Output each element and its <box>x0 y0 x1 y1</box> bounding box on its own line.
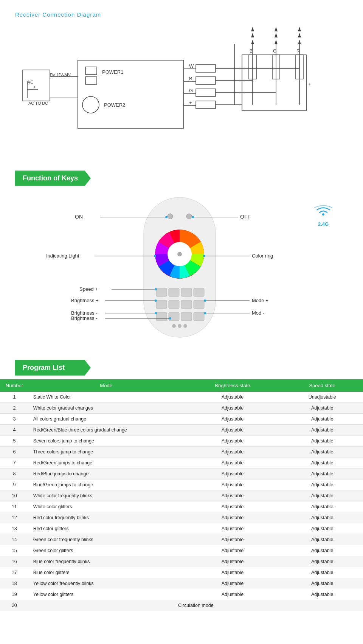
svg-text:POWER1: POWER1 <box>102 69 123 75</box>
cell-number: 14 <box>0 534 29 545</box>
cell-speed: Adjustable <box>281 480 363 490</box>
svg-text:OFF: OFF <box>240 214 251 220</box>
cell-number: 10 <box>0 490 29 501</box>
svg-rect-23 <box>196 65 216 72</box>
svg-text:Indicating  Light: Indicating Light <box>46 253 79 259</box>
cell-speed: Adjustable <box>281 469 363 480</box>
cell-mode: Three colors jump to change <box>29 447 184 458</box>
table-row: 12Red color frequently blinksAdjustableA… <box>0 512 363 523</box>
svg-rect-53 <box>242 55 306 111</box>
svg-text:AC: AC <box>27 80 34 85</box>
cell-number: 2 <box>0 403 29 414</box>
cell-mode: Red/Green jumps to change <box>29 458 184 469</box>
diagram-wrap: AC + AC TO DC DV 12V-24V POWER1 POWER2 <box>19 25 344 154</box>
svg-rect-39 <box>272 55 280 79</box>
svg-text:+: + <box>308 81 311 87</box>
svg-point-65 <box>168 214 173 219</box>
cell-number: 18 <box>0 578 29 589</box>
cell-speed: Adjustable <box>281 436 363 447</box>
cell-brightness: Adjustable <box>184 458 282 469</box>
cell-mode: Green color glitters <box>29 545 184 556</box>
cell-number: 13 <box>0 523 29 534</box>
cell-number: 15 <box>0 545 29 556</box>
svg-text:POWER2: POWER2 <box>104 102 125 108</box>
table-row: 6Three colors jump to changeAdjustableAd… <box>0 447 363 458</box>
svg-rect-74 <box>194 300 204 309</box>
svg-rect-11 <box>85 77 97 84</box>
cell-speed: Adjustable <box>281 578 363 589</box>
table-row: 14Green color frequently blinksAdjustabl… <box>0 534 363 545</box>
cell-number: 7 <box>0 458 29 469</box>
cell-brightness: Adjustable <box>184 523 282 534</box>
svg-rect-38 <box>249 55 256 79</box>
cell-brightness: Adjustable <box>184 480 282 490</box>
cell-mode: Yellow color frequently blinks <box>29 578 184 589</box>
svg-marker-51 <box>275 27 278 31</box>
svg-text:R: R <box>296 48 300 54</box>
svg-point-101 <box>204 312 206 314</box>
cell-speed: Adjustable <box>281 458 363 469</box>
cell-speed: Adjustable <box>281 403 363 414</box>
svg-marker-52 <box>298 27 301 31</box>
wifi-icon <box>314 205 333 221</box>
cell-number: 12 <box>0 512 29 523</box>
svg-rect-40 <box>296 55 303 79</box>
function-of-keys-section: Function of Keys 2.4G <box>0 161 363 352</box>
cell-brightness: Adjustable <box>184 392 282 403</box>
svg-point-87 <box>154 255 156 257</box>
svg-rect-75 <box>156 312 167 321</box>
cell-mode: All colors gradual change <box>29 414 184 425</box>
cell-brightness: Adjustable <box>184 578 282 589</box>
svg-text:W: W <box>189 63 194 69</box>
cell-number: 16 <box>0 556 29 567</box>
svg-point-99 <box>169 317 171 320</box>
wifi-freq-label: 2.4G <box>314 221 333 227</box>
svg-point-97 <box>155 312 157 314</box>
svg-marker-47 <box>251 33 254 37</box>
svg-point-64 <box>177 252 182 256</box>
cell-mode: White color gradual changes <box>29 403 184 414</box>
remote-keys-svg: ON OFF Indicating Light Color ring Speed… <box>15 194 348 345</box>
svg-rect-68 <box>169 288 179 296</box>
svg-text:ON: ON <box>75 214 83 220</box>
program-table: Number Mode Brightness state Speed state… <box>0 379 363 611</box>
cell-brightness: Adjustable <box>184 403 282 414</box>
svg-marker-48 <box>275 33 278 37</box>
svg-marker-44 <box>251 40 254 44</box>
svg-text:Mod  -: Mod - <box>252 310 264 316</box>
svg-text:Speed  +: Speed + <box>79 286 98 292</box>
cell-speed: Adjustable <box>281 512 363 523</box>
svg-text:G: G <box>189 88 193 93</box>
svg-point-79 <box>172 324 176 328</box>
svg-point-83 <box>165 216 168 218</box>
svg-text:G: G <box>273 48 276 54</box>
svg-rect-9 <box>78 60 184 128</box>
svg-rect-71 <box>156 300 167 309</box>
function-of-keys-title: Function of Keys <box>15 171 91 186</box>
cell-speed: Adjustable <box>281 534 363 545</box>
svg-point-93 <box>155 299 157 302</box>
cell-speed: Adjustable <box>281 447 363 458</box>
svg-point-80 <box>178 324 182 328</box>
table-row: 18Yellow color frequently blinksAdjustab… <box>0 578 363 589</box>
svg-text:Brightness  -: Brightness - <box>71 310 97 316</box>
cell-number: 1 <box>0 392 29 403</box>
svg-marker-46 <box>298 40 301 44</box>
svg-text:DV  12V-24V: DV 12V-24V <box>50 73 71 77</box>
cell-brightness: Adjustable <box>184 512 282 523</box>
svg-rect-77 <box>181 312 192 321</box>
table-row: 20Circulation mode <box>0 600 363 611</box>
col-header-mode: Mode <box>29 379 184 392</box>
diagram-section: Receiver Connection Diagram AC + AC TO D… <box>0 0 363 161</box>
svg-text:Color  ring: Color ring <box>252 253 273 259</box>
svg-rect-69 <box>181 288 192 296</box>
svg-rect-26 <box>196 101 216 109</box>
cell-number: 8 <box>0 469 29 480</box>
col-header-number: Number <box>0 379 29 392</box>
svg-point-66 <box>186 214 192 219</box>
cell-brightness: Adjustable <box>184 436 282 447</box>
cell-speed: Adjustable <box>281 556 363 567</box>
cell-brightness: Adjustable <box>184 589 282 600</box>
cell-mode: Green color frequently blinks <box>29 534 184 545</box>
table-row: 3All colors gradual changeAdjustableAdju… <box>0 414 363 425</box>
